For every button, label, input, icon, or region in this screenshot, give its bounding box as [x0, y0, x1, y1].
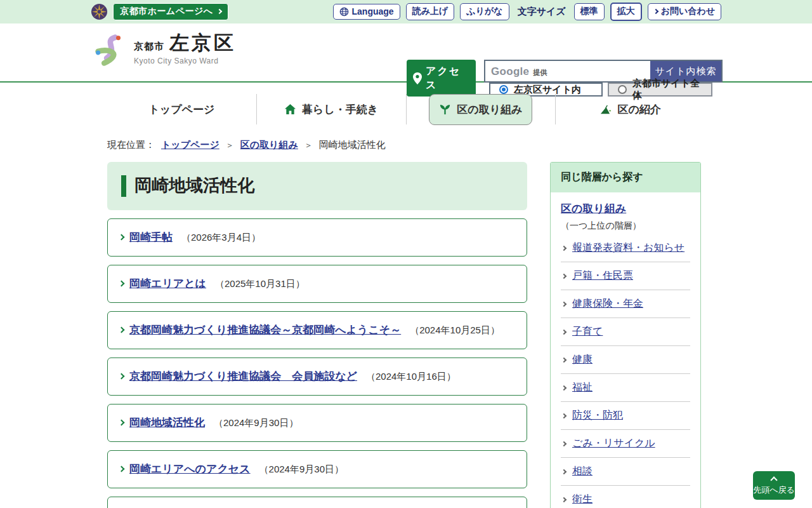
- sidebar-category-link[interactable]: 健康保険・年金: [572, 297, 643, 311]
- article-link[interactable]: 岡崎エリアとは: [129, 277, 206, 290]
- chevron-right-icon: [119, 280, 125, 286]
- article-link-list: 岡崎手帖（2026年3月4日） 岡崎エリアとは（2025年10月31日） 京都岡…: [107, 218, 527, 488]
- sidebar-parent-link[interactable]: 区の取り組み: [561, 203, 626, 215]
- breadcrumb: 現在位置： トップページ ＞ 区の取り組み ＞ 岡崎地域活性化: [107, 139, 386, 151]
- logo-ward-text: 左京区: [169, 32, 236, 54]
- chevron-up-icon: [770, 476, 777, 483]
- sidebar-category-link[interactable]: 健康: [572, 353, 593, 366]
- chevron-right-icon: [119, 419, 125, 425]
- map-pin-icon: [413, 72, 422, 84]
- article-link[interactable]: 岡崎手帖: [129, 231, 173, 243]
- nav-item-ward-initiatives[interactable]: 区の取り組み: [429, 94, 532, 125]
- globe-icon: [339, 7, 349, 17]
- article-date: （2024年9月30日）: [214, 417, 298, 428]
- sidebar-category-link[interactable]: ごみ・リサイクル: [572, 437, 655, 450]
- article-date: （2024年10月16日）: [366, 371, 456, 382]
- article-link[interactable]: 京都岡崎魅力づくり推進協議会 会員施設など: [129, 370, 357, 382]
- chevron-right-icon: [561, 301, 566, 306]
- sidebar-category-item[interactable]: 戸籍・住民票: [561, 262, 690, 290]
- chevron-right-icon: [561, 245, 566, 250]
- chevron-right-icon: [561, 441, 566, 446]
- sidebar-category-item[interactable]: ごみ・リサイクル: [561, 429, 690, 457]
- kyoto-city-emblem-icon: [91, 3, 108, 20]
- sakyo-ward-logo-icon: [91, 32, 128, 69]
- font-size-enlarge-button[interactable]: 拡大: [610, 3, 642, 21]
- list-item: 京都岡崎魅力づくり推進協議会 会員施設など（2024年10月16日）: [107, 358, 527, 396]
- sidebar-category-item[interactable]: 相談: [561, 457, 690, 485]
- sidebar-category-item[interactable]: 子育て: [561, 318, 690, 345]
- nav-item-top-page[interactable]: トップページ: [138, 94, 225, 125]
- article-date: （2025年10月31日）: [215, 278, 305, 289]
- contact-button[interactable]: お問い合わせ: [648, 3, 721, 20]
- list-item: 岡崎地域活性化（2024年9月30日）: [107, 404, 527, 442]
- article-link[interactable]: 岡崎地域活性化: [129, 417, 205, 429]
- nav-item-ward-introduction[interactable]: 区の紹介: [589, 94, 671, 125]
- breadcrumb-separator: ＞: [304, 140, 313, 151]
- sidebar-category-item[interactable]: 衛生: [561, 485, 690, 508]
- nav-item-living-procedures[interactable]: 暮らし・手続き: [274, 94, 388, 125]
- logo-city-text: 京都市: [134, 41, 164, 53]
- breadcrumb-link-top[interactable]: トップページ: [161, 139, 219, 151]
- sidebar-category-link[interactable]: 相談: [572, 465, 593, 478]
- chevron-right-icon: [119, 234, 125, 240]
- chevron-right-icon: [119, 373, 125, 379]
- chevron-right-icon: [119, 326, 125, 333]
- back-to-top-button[interactable]: 先頭へ戻る: [753, 471, 795, 500]
- sidebar-category-link[interactable]: 戸籍・住民票: [572, 269, 633, 283]
- contact-label: お問い合わせ: [661, 6, 715, 17]
- breadcrumb-link-initiatives[interactable]: 区の取り組み: [240, 139, 298, 151]
- font-standard-label: 標準: [580, 6, 598, 17]
- article-date: （2024年9月30日）: [259, 464, 344, 474]
- article-link[interactable]: 岡崎エリアへのアクセス: [129, 463, 251, 475]
- sidebar-parent-note: （一つ上位の階層）: [561, 220, 690, 232]
- language-button[interactable]: Language: [333, 4, 400, 20]
- page-title-box: 岡崎地域活性化: [107, 162, 527, 210]
- sidebar-category-item[interactable]: 防災・防犯: [561, 401, 690, 429]
- nav-introduction-label: 区の紹介: [617, 102, 660, 117]
- chevron-right-icon: [561, 469, 566, 474]
- kyoto-city-home-button[interactable]: 京都市ホームページへ: [113, 3, 228, 20]
- nav-living-label: 暮らし・手続き: [302, 102, 378, 117]
- site-header: 京都市 左京区 Kyoto City Sakyo Ward アクセス Googl…: [0, 23, 812, 83]
- chevron-right-icon: [561, 413, 566, 418]
- chevron-right-icon: [216, 9, 221, 14]
- sidebar-title: 同じ階層から探す: [551, 163, 700, 192]
- sprout-icon: [439, 104, 451, 116]
- sidebar-category-link[interactable]: 報道発表資料・お知らせ: [572, 241, 684, 255]
- sidebar-category-item[interactable]: 健康: [561, 345, 690, 373]
- read-aloud-label: 読み上げ: [412, 6, 449, 17]
- top-utility-bar: 京都市ホームページへ Language 読み上げ ふりがな 文字サイズ 標準 拡…: [0, 0, 812, 23]
- breadcrumb-separator: ＞: [226, 140, 234, 151]
- chevron-right-icon: [119, 466, 125, 472]
- chevron-right-icon: [561, 329, 566, 334]
- search-input[interactable]: [485, 61, 650, 81]
- list-item: 岡崎エリアへのアクセス（2024年9月30日）: [107, 450, 527, 488]
- font-size-standard-button[interactable]: 標準: [574, 3, 605, 20]
- breadcrumb-current: 岡崎地域活性化: [319, 139, 386, 151]
- sidebar-same-level: 同じ階層から探す 区の取り組み （一つ上位の階層） 報道発表資料・お知らせ 戸籍…: [550, 162, 701, 508]
- chevron-right-icon: [653, 9, 658, 14]
- furigana-button[interactable]: ふりがな: [460, 3, 509, 20]
- sidebar-category-link[interactable]: 福祉: [572, 381, 593, 394]
- sidebar-category-item[interactable]: 健康保険・年金: [561, 290, 690, 318]
- font-size-label: 文字サイズ: [518, 6, 566, 18]
- chevron-right-icon: [561, 385, 566, 390]
- sidebar-category-link[interactable]: 子育て: [572, 325, 603, 338]
- furigana-label: ふりがな: [466, 6, 502, 17]
- sidebar-category-item[interactable]: 報道発表資料・お知らせ: [561, 234, 690, 262]
- sidebar-category-list: 報道発表資料・お知らせ 戸籍・住民票 健康保険・年金 子育て: [561, 234, 690, 508]
- read-aloud-button[interactable]: 読み上げ: [406, 3, 455, 20]
- chevron-right-icon: [561, 273, 566, 278]
- nav-top-page-label: トップページ: [148, 102, 214, 117]
- site-logo[interactable]: 京都市 左京区 Kyoto City Sakyo Ward: [91, 32, 236, 69]
- sidebar-category-item[interactable]: 福祉: [561, 373, 690, 401]
- sidebar-category-link[interactable]: 衛生: [572, 493, 593, 506]
- article-link[interactable]: 京都岡崎魅力づくり推進協議会～京都岡崎へようこそ～: [129, 324, 401, 336]
- list-item: 岡崎手帖（2026年3月4日）: [107, 218, 527, 257]
- chevron-right-icon: [561, 497, 566, 502]
- back-to-top-label: 先頭へ戻る: [753, 485, 795, 496]
- sidebar-category-link[interactable]: 防災・防犯: [572, 409, 623, 422]
- home-button-label: 京都市ホームページへ: [120, 6, 213, 17]
- list-item: 岡崎エリアとは（2025年10月31日）: [107, 265, 527, 303]
- list-item-partial: [107, 497, 527, 508]
